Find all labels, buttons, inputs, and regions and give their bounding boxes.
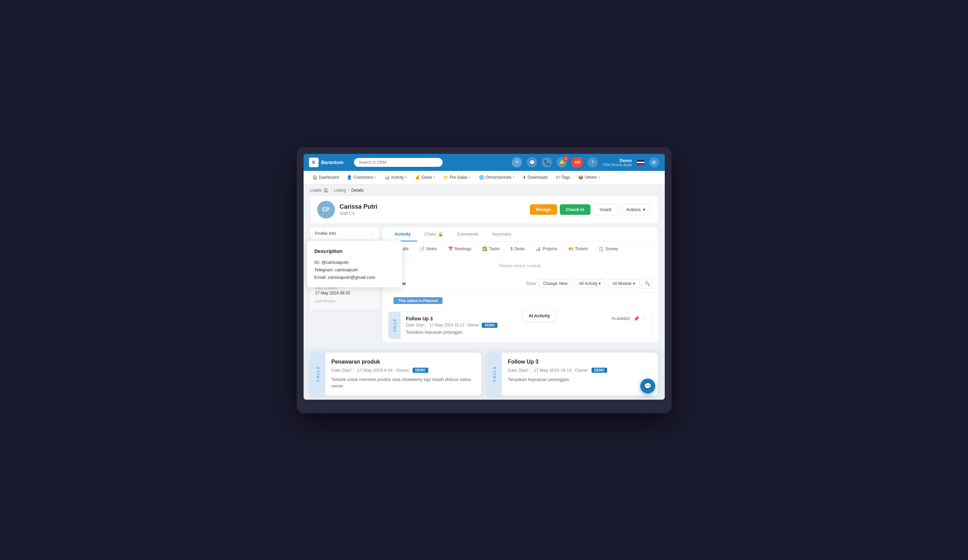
menu-activity[interactable]: 📊 Activity ▾ [381,173,410,182]
main-tabs-row: Activity Chats 🔒 Comments Summary [383,227,658,242]
notes-icon: 📝 [419,246,424,251]
notes-label: Notes [426,246,437,251]
bottom-card-2-meta: Date Start : 17 May 2024 16:13 Owner DEM… [508,368,652,373]
sub-tab-meetings[interactable]: 📅 Meetings [443,244,476,253]
owner-badge: DEMO [482,323,497,328]
sub-tab-tasks[interactable]: ✅ Tasks [477,244,504,253]
notification-button[interactable]: 🔔 1 [557,157,567,167]
checkin-button[interactable]: Check In [560,204,590,215]
chats-tab-label: Chats [424,231,436,236]
sub-tab-deals[interactable]: $ Deals [506,244,529,253]
toggle-label: Off [575,160,580,164]
description-line-2: Telegram: carissaputri [315,266,395,274]
top-navigation: B Barantum + 💬 📞 🔔 1 Off ? [303,154,665,171]
pin-icon[interactable]: 📌 [633,316,639,321]
settings-button[interactable]: ⚙ [649,157,659,167]
show-label: Show [526,281,536,286]
all-module-filter[interactable]: All Module ▾ [608,279,639,288]
tab-summary[interactable]: Summary [485,227,518,241]
deals-chevron: ▾ [433,176,435,179]
timeline-controls: Show Change View All Activity ▾ All Modu… [526,279,652,289]
language-flag[interactable] [637,160,644,165]
bc2-owner-label: Owner [575,368,588,373]
change-view-button[interactable]: Change View [539,279,572,288]
module-filter-chevron: ▾ [633,281,635,286]
projects-label: Projects [542,246,557,251]
profile-info-chevron: › [373,231,374,235]
all-activity-label: All Activity [579,281,597,286]
bottom-cards-area: CALLS Penawaran produk Date Start : 17 M… [303,349,665,400]
user-subtitle: CRM Review Apple [602,163,632,167]
description-popup: Description IG: @carissaputri Telegram: … [307,241,403,287]
sub-tab-tickets[interactable]: 🎫 Tickets [564,244,593,253]
breadcrumb-sep1: › [330,188,332,193]
menu-omnichannels[interactable]: 🌐 Omnichannels ▾ [476,173,518,182]
chat-bubble-button[interactable]: 💬 [640,378,655,393]
profile-info: Carissa Putri Staff CS [340,203,378,216]
toggle-button[interactable]: Off [572,157,583,167]
username: Demo [602,158,632,163]
survey-icon: 📋 [598,246,604,251]
chat-icon-button[interactable]: 💬 [527,157,537,167]
all-activity-filter[interactable]: All Activity ▾ [575,279,605,288]
profile-info-label: Profile Info [315,231,336,236]
sub-tabs-row: 📞 Calls 📝 Notes 📅 Meetings ✅ [383,242,658,256]
omni-chevron: ▾ [513,176,514,179]
breadcrumb-root[interactable]: Leads [310,188,322,193]
bc2-date-value: 17 May 2024 16:13 [534,368,572,373]
menu-downloads[interactable]: ⬇ Downloads [519,173,551,182]
call-title: Follow Up 3 [406,316,433,321]
phone-icon-button[interactable]: 📞 [542,157,552,167]
notification-badge: 1 [563,156,569,161]
help-button[interactable]: ? [587,157,598,167]
sidebar-item-profile-info[interactable]: Profile Info › [310,227,378,240]
meetings-label: Meetings [455,246,472,251]
sub-tab-projects[interactable]: 📊 Projects [531,244,562,253]
comments-tab-label: Comments [457,231,478,236]
actions-chevron-icon: ▾ [643,207,645,212]
profile-actions: Resign Check In Vcard Actions ▾ [530,204,651,215]
timeline-search-button[interactable]: 🔍 [642,279,653,289]
menu-presales[interactable]: 📁 Pre-Sales ▾ [440,173,474,182]
logo: B Barantum [309,158,350,167]
deals-sub-label: Deals [514,246,525,251]
tab-comments[interactable]: Comments [450,227,485,241]
deals-icon: 💰 [415,175,420,180]
resign-button[interactable]: Resign [530,204,557,215]
call-meta: Date Start : 17 May 2024 16:13 Owner DEM… [406,323,647,328]
more-options-icon[interactable]: ⋮ [642,316,647,321]
menu-customers[interactable]: 👤 Customers ▾ [343,173,380,182]
tab-activity[interactable]: Activity [388,227,418,241]
breadcrumb-listing[interactable]: Listing [334,188,346,193]
app-name: Barantum [321,160,343,165]
add-button[interactable]: + [512,157,522,167]
description-line-3: Email: carissaputri@gmail.com [315,274,395,281]
date-start-value: 17 May 2024 16:13 [429,323,464,327]
bottom-card-1-meta: Date Start : 17 May 2024 9:34 Owner DEMO [332,368,475,373]
bottom-card-2-tag: CALLS [487,353,502,396]
tab-chats[interactable]: Chats 🔒 [418,227,450,241]
bc2-date-label: Date Start : [508,368,530,373]
summary-tab-label: Summary [492,231,511,236]
status-badge: This status is Planned [393,297,443,304]
timeline-header: Timeline Show Change View All Activity ▾… [383,275,658,292]
sub-tab-notes[interactable]: 📝 Notes [414,244,442,253]
bottom-card-2: CALLS Follow Up 3 Date Start : 17 May 20… [487,353,658,396]
sub-tab-survey[interactable]: 📋 Survey [594,244,623,253]
menu-dashboard[interactable]: 🏠 Dashboard [309,173,342,182]
tickets-icon: 🎫 [569,246,574,251]
menu-others[interactable]: 📦 Others ▾ [575,173,603,182]
description-title: Description [315,247,395,256]
omni-icon: 🌐 [479,175,484,180]
field-last-module: Last Module [315,299,374,303]
vcard-button[interactable]: Vcard [593,204,618,215]
activity-filter-chevron: ▾ [598,281,601,286]
actions-button[interactable]: Actions ▾ [620,204,651,215]
menu-deals[interactable]: 💰 Deals ▾ [412,173,439,182]
owner-label: Owner [467,323,479,327]
bc1-owner-badge: DEMO [413,368,428,373]
meetings-icon: 📅 [448,246,453,251]
menu-tags[interactable]: 🏷 Tags [553,173,574,182]
search-input[interactable] [354,158,443,167]
profile-header: CP Carissa Putri Staff CS Resign Check I… [310,196,658,223]
